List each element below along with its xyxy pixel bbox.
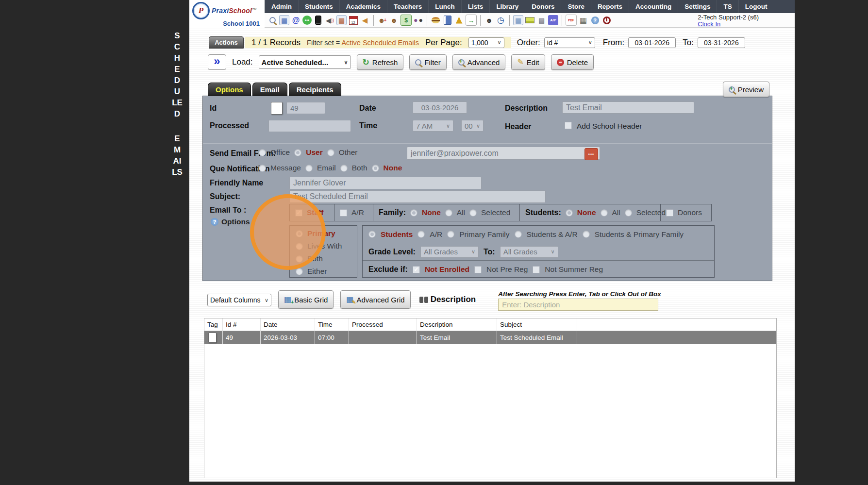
grade-from-select[interactable]: All Grades∨ (420, 246, 479, 258)
processed-field[interactable] (268, 120, 351, 132)
preview-button[interactable]: Preview (723, 82, 769, 97)
students-all-radio[interactable] (601, 209, 608, 217)
nav-academics[interactable]: Academics (339, 0, 387, 13)
id-checkbox[interactable] (271, 102, 283, 115)
tab-recipients[interactable]: Recipients (289, 83, 341, 96)
col-tag[interactable]: Tag (204, 318, 223, 331)
time-hour-select[interactable]: 7 AM∨ (413, 120, 453, 132)
order-select[interactable]: id #∨ (544, 37, 595, 48)
delete-button[interactable]: −Delete (551, 54, 594, 70)
advanced-button[interactable]: Advanced (452, 54, 506, 70)
scope-both-radio[interactable] (296, 255, 303, 263)
description-field[interactable]: Test Email (562, 101, 694, 114)
family-all-radio[interactable] (445, 209, 452, 217)
students-radio[interactable] (368, 231, 376, 238)
print-checks-icon[interactable]: ▤ (536, 15, 547, 25)
date-field[interactable]: 03-03-2026 (413, 101, 467, 114)
ar-radio[interactable] (417, 231, 425, 238)
expand-chevrons-button[interactable]: » (208, 54, 226, 70)
user-radio[interactable] (294, 149, 301, 156)
nav-students[interactable]: Students (298, 0, 339, 13)
schedule-calendar-icon[interactable]: ▦ (336, 15, 347, 25)
students-none-radio[interactable] (566, 209, 573, 217)
check-card-icon[interactable] (525, 15, 535, 25)
friendly-name-field[interactable]: Jennifer Glover (289, 177, 482, 189)
alerts-bell-icon[interactable] (454, 15, 464, 25)
ledger-icon[interactable]: ▦ (513, 15, 523, 25)
col-time[interactable]: Time (315, 318, 349, 331)
none-radio[interactable] (372, 165, 379, 172)
other-radio[interactable] (327, 149, 334, 156)
options-link[interactable]: Options (221, 217, 250, 226)
nav-logout[interactable]: Logout (738, 0, 774, 13)
nav-settings[interactable]: Settings (678, 0, 717, 13)
nav-admin[interactable]: Admin (265, 0, 298, 13)
tab-email[interactable]: Email (252, 83, 287, 96)
col-processed[interactable]: Processed (349, 318, 417, 331)
options-help-icon[interactable]: ? (211, 218, 218, 226)
primary-radio[interactable] (296, 230, 303, 237)
not-enrolled-checkbox[interactable]: ✓ (413, 266, 420, 273)
family-none-radio[interactable] (410, 209, 417, 217)
message-radio[interactable] (259, 165, 266, 172)
megaphone-icon[interactable]: ◀ (360, 15, 370, 25)
from-email-field[interactable]: jennifer@praxipower.com (407, 147, 600, 160)
subject-field[interactable]: Test Scheduled Email (289, 190, 546, 203)
primary-family-radio[interactable] (447, 231, 454, 238)
from-date-input[interactable] (628, 37, 676, 48)
not-summer-reg-checkbox[interactable] (533, 266, 540, 273)
nav-teachers[interactable]: Teachers (387, 0, 428, 13)
basic-grid-button[interactable]: ▦+Basic Grid (278, 290, 334, 309)
nav-donors[interactable]: Donors (525, 0, 561, 13)
table-row[interactable]: 49 2026-03-03 07:00 Test Email Test Sche… (204, 331, 776, 344)
search-icon[interactable] (267, 15, 278, 25)
email-lookup-button[interactable]: ••• (584, 148, 598, 160)
to-date-input[interactable] (698, 37, 745, 48)
students-primary-family-radio[interactable] (583, 231, 590, 238)
time-clock-icon[interactable]: ◷ (496, 15, 506, 25)
speaker-icon[interactable]: ◀)) (325, 15, 335, 25)
employee-icon[interactable]: ☻ (484, 15, 494, 25)
stop-alert-icon[interactable] (601, 15, 612, 25)
email-at-icon[interactable]: @ (291, 15, 301, 25)
donors-checkbox[interactable] (666, 209, 673, 217)
add-school-header-checkbox[interactable] (565, 122, 572, 129)
nav-store[interactable]: Store (561, 0, 591, 13)
calendar-date-icon[interactable]: 12 (348, 15, 358, 25)
pdf-icon[interactable]: PDF (566, 15, 577, 26)
staff-person-icon[interactable]: ☻ (389, 15, 399, 25)
filter-button[interactable]: Filter (409, 54, 446, 70)
calendar-grid-icon[interactable]: ▦ (279, 15, 289, 25)
col-subject[interactable]: Subject (497, 318, 577, 331)
help-icon[interactable]: ? (590, 15, 600, 25)
time-minute-select[interactable]: 00∨ (461, 120, 484, 132)
family-icon[interactable]: ☻☻ (413, 15, 423, 25)
office-radio[interactable] (259, 149, 266, 156)
col-description[interactable]: Description (417, 318, 497, 331)
nav-library[interactable]: Library (489, 0, 525, 13)
family-selected-radio[interactable] (469, 209, 477, 217)
both-radio[interactable] (340, 165, 348, 172)
ar-checkbox[interactable] (340, 209, 347, 217)
not-pre-reg-checkbox[interactable] (474, 266, 482, 273)
nav-ts[interactable]: TS (717, 0, 738, 13)
accounts-payable-icon[interactable]: A/P (548, 15, 558, 25)
nav-lists[interactable]: Lists (461, 0, 490, 13)
tab-options[interactable]: Options (208, 83, 251, 96)
clock-in-link[interactable]: Clock In (698, 21, 759, 28)
refresh-button[interactable]: ↻Refresh (357, 54, 404, 70)
either-radio[interactable] (296, 268, 303, 275)
col-date[interactable]: Date (261, 318, 315, 331)
mobile-phone-icon[interactable] (313, 15, 323, 25)
lunch-icon[interactable] (431, 15, 441, 25)
grade-to-select[interactable]: All Grades∨ (500, 246, 558, 258)
print-fax-icon[interactable]: ▦ (578, 15, 588, 25)
lives-with-radio[interactable] (296, 243, 303, 250)
nav-lunch[interactable]: Lunch (428, 0, 461, 13)
sms-chat-icon[interactable]: ••• (302, 16, 312, 25)
students-ar-radio[interactable] (515, 231, 522, 238)
library-book-icon[interactable] (442, 15, 452, 25)
nav-reports[interactable]: Reports (591, 0, 629, 13)
export-forward-icon[interactable]: → (466, 15, 477, 26)
id-field[interactable]: 49 (286, 102, 325, 114)
